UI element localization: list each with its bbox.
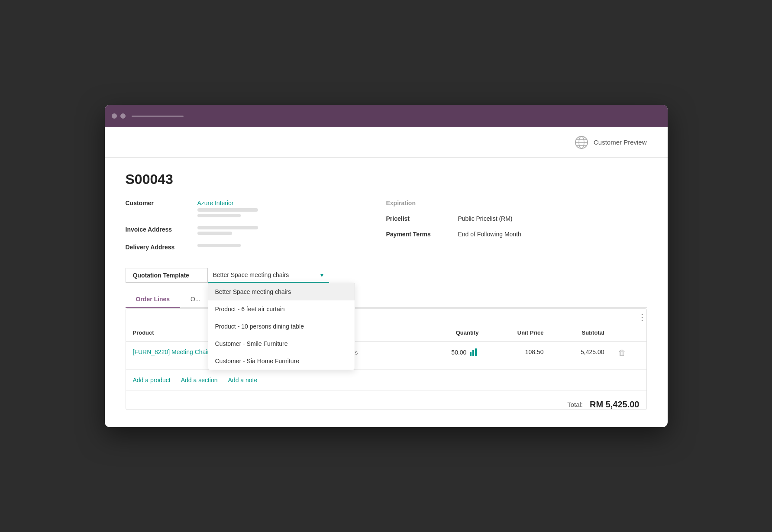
placeholder-line-1 [197,208,258,212]
delivery-address-label: Delivery Address [126,242,191,251]
titlebar-line [132,116,184,117]
quotation-template-row: Quotation Template ▼ Better Space meetin… [126,268,647,283]
total-row: Total: RM 5,425.00 [126,391,646,409]
customer-value[interactable]: Azure Interior [197,198,258,206]
quotation-template-label: Quotation Template [126,268,208,283]
customer-placeholder [197,206,258,217]
main-content: S00043 Customer Azure Interior Invoice [105,158,668,427]
dropdown-item-5[interactable]: Customer - Sia Home Furniture [208,352,355,370]
app-window: Customer Preview S00043 Customer Azure I… [105,105,668,427]
product-link[interactable]: [FURN_8220] Meeting Chairs [133,348,213,355]
placeholder-line-2 [197,214,241,217]
tab-order-lines[interactable]: Order Lines [126,291,181,308]
expiration-label: Expiration [386,198,451,206]
titlebar-dot-2 [120,113,126,119]
dropdown-item-2[interactable]: Product - 6 feet air curtain [208,300,355,318]
unit-price-value: 108.50 [525,348,544,355]
cell-unit-price: 108.50 [485,342,550,370]
expiration-row: Expiration [386,198,630,206]
dropdown-item-3[interactable]: Product - 10 persons dining table [208,318,355,335]
delivery-address-placeholder [197,242,241,247]
delivery-address-row: Delivery Address [126,242,369,251]
table-row: [FURN_8220] Meeting Chairs [FURN_8220] M… [126,342,646,370]
col-header-actions [611,324,646,342]
quotation-template-input[interactable] [208,268,329,283]
subtotal-value: 5,425.00 [581,348,604,355]
total-value: RM 5,425.00 [590,400,640,409]
payment-terms-label: Payment Terms [386,229,451,238]
add-section-link[interactable]: Add a section [181,377,218,384]
quotation-template-dropdown: Better Space meeting chairs Product - 6 … [208,283,355,370]
placeholder-line-4 [197,232,232,235]
order-number: S00043 [126,171,647,187]
invoice-address-row: Invoice Address [126,224,369,235]
titlebar [105,105,668,127]
delete-row-button[interactable]: 🗑 [618,348,626,358]
dropdown-item-4[interactable]: Customer - Smile Furniture [208,335,355,352]
payment-terms-value: End of Following Month [458,229,521,238]
pricelist-row: Pricelist Public Pricelist (RM) [386,213,630,222]
globe-icon [574,135,589,150]
svg-rect-7 [475,348,477,356]
add-note-link[interactable]: Add a note [228,377,258,384]
tab-other[interactable]: O... [180,291,211,308]
toolbar: Customer Preview [105,127,668,158]
add-product-link[interactable]: Add a product [133,377,171,384]
cell-quantity: 50.00 [419,342,486,370]
customer-preview-button[interactable]: Customer Preview [567,131,654,154]
form-left: Customer Azure Interior Invoice Address [126,198,386,258]
customer-label: Customer [126,198,191,206]
customer-preview-label: Customer Preview [594,139,647,146]
quantity-value: 50.00 [451,349,466,356]
col-header-unit-price: Unit Price [485,324,550,342]
total-label: Total: [567,401,583,408]
cell-delete[interactable]: 🗑 [611,342,646,370]
template-select-wrapper: ▼ Better Space meeting chairs Product - … [208,268,329,283]
invoice-address-placeholder [197,224,258,235]
three-dots-menu[interactable]: ⋮ [126,309,646,324]
order-table-wrapper: ⋮ Product Quantity Unit Price Subtotal [126,308,647,410]
form-right: Expiration Pricelist Public Pricelist (R… [386,198,647,258]
add-actions: Add a product Add a section Add a note [126,370,646,391]
placeholder-line-5 [197,244,241,247]
pricelist-label: Pricelist [386,213,451,222]
col-header-quantity: Quantity [419,324,486,342]
placeholder-line-3 [197,226,258,229]
titlebar-dot-1 [112,113,117,119]
payment-terms-row: Payment Terms End of Following Month [386,229,630,238]
chart-bar-icon[interactable] [470,348,478,356]
col-header-subtotal: Subtotal [550,324,611,342]
customer-row: Customer Azure Interior [126,198,369,217]
quantity-cell: 50.00 [426,348,479,356]
cell-subtotal: 5,425.00 [550,342,611,370]
tabs-row: Order Lines O... [126,291,647,308]
form-grid: Customer Azure Interior Invoice Address [126,198,647,258]
dropdown-item-1[interactable]: Better Space meeting chairs [208,283,355,300]
order-table: Product Quantity Unit Price Subtotal [FU… [126,324,646,370]
pricelist-value: Public Pricelist (RM) [458,213,513,222]
invoice-address-label: Invoice Address [126,224,191,233]
table-header-row: Product Quantity Unit Price Subtotal [126,324,646,342]
svg-rect-6 [472,350,474,356]
svg-rect-5 [470,352,472,356]
